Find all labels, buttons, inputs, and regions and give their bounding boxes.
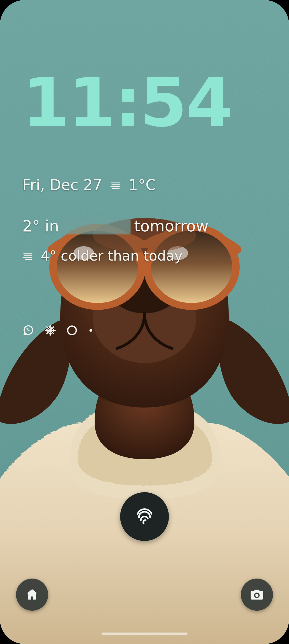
notification-icons-row[interactable] [22,324,92,336]
at-a-glance-widget[interactable]: 2° in tomorrow 4° colder than today [22,217,208,264]
fog-icon [110,179,121,191]
lock-screen: 11:54 Fri, Dec 27 1°C 2° in tomorrow [0,0,289,644]
gesture-navigation-bar[interactable] [101,633,188,635]
whatsapp-icon [22,324,34,336]
camera-icon [249,587,264,602]
forecast-delta: 4° colder than today [41,248,183,264]
more-notifications-indicator [89,329,92,332]
forecast-suffix: tomorrow [134,217,208,235]
camera-shortcut[interactable] [241,579,273,611]
svg-point-14 [68,326,76,335]
redacted-location [62,218,131,234]
lock-screen-clock: 11:54 [22,69,232,137]
fingerprint-unlock-button[interactable] [120,492,169,541]
forecast-prefix: 2° in [22,217,59,235]
current-temperature: 1°C [128,176,156,193]
circle-outline-icon [66,324,78,336]
snowflake-icon [44,324,56,336]
date-label: Fri, Dec 27 [22,176,102,193]
home-devices-shortcut[interactable] [16,579,48,611]
date-weather-row[interactable]: Fri, Dec 27 1°C [22,176,156,193]
fog-icon [22,250,33,261]
home-devices-icon [25,587,40,602]
fingerprint-icon [133,505,156,528]
